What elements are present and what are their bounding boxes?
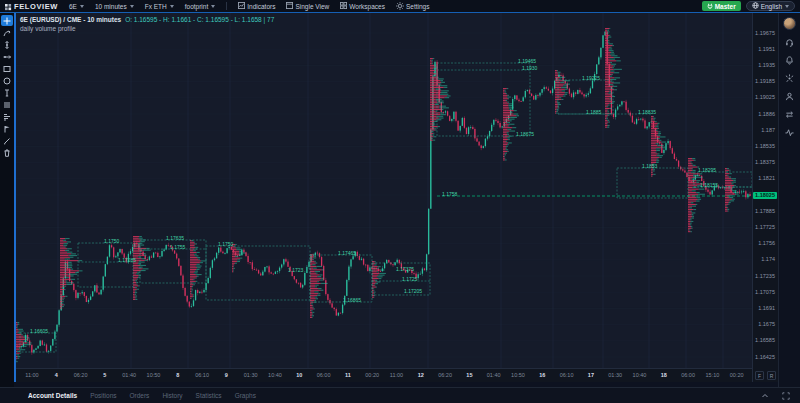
price-axis-label: 1.16425	[755, 354, 775, 360]
chart-pane[interactable]: 1.166051.17501.172851.176351.17551.17501…	[14, 13, 752, 368]
chart-price-label: 1.17285	[118, 257, 136, 263]
language-selector[interactable]: English	[746, 1, 795, 11]
tab-graphs[interactable]: Graphs	[235, 392, 256, 399]
chart-type-selector[interactable]: footprint	[185, 3, 216, 10]
price-axis-label: 1.1821	[758, 175, 775, 181]
chevron-down-icon	[170, 5, 174, 8]
price-axis-label: 1.19675	[755, 30, 775, 36]
chart-price-label: 1.1853	[642, 163, 658, 169]
chart-price-label: 1.17635	[166, 235, 184, 241]
chart-price-label: 1.16865	[343, 297, 361, 303]
chevron-down-icon	[211, 5, 215, 8]
tab-account-details[interactable]: Account Details	[28, 392, 77, 399]
logo[interactable]: FELOVIEW	[5, 0, 58, 15]
notifications-bell-icon[interactable]	[784, 54, 796, 66]
ellipse-tool[interactable]	[1, 75, 13, 86]
price-axis-label: 1.1691	[758, 305, 775, 311]
single-view-icon	[286, 2, 293, 10]
trash-tool[interactable]	[1, 147, 13, 158]
plug-icon	[707, 3, 713, 10]
pulse-icon[interactable]	[784, 126, 796, 138]
rows-tool[interactable]	[1, 99, 13, 110]
indicator-label[interactable]: daily volume profile	[20, 25, 274, 32]
time-axis[interactable]: 11:00406:20501:4010:50806:10901:3010:401…	[14, 368, 752, 382]
chart-price-label: 1.1750	[218, 241, 234, 247]
time-axis-label: 10:40	[268, 372, 282, 378]
chart-price-label: 1.1885	[586, 109, 602, 115]
time-axis-day-label: 10	[296, 372, 302, 378]
avatar[interactable]	[783, 17, 796, 30]
profile-person-icon[interactable]	[784, 90, 796, 102]
interval-selector[interactable]: 10 minutes	[95, 3, 134, 10]
chart-price-label: 1.17375	[396, 266, 414, 272]
logo-grid-icon	[5, 0, 12, 15]
time-axis-day-label: 5	[103, 372, 106, 378]
crosshair-tool[interactable]	[1, 15, 13, 26]
time-axis-label: 06:00	[317, 372, 331, 378]
symbol-selector[interactable]: 6E	[69, 3, 84, 10]
time-axis-label: 11:00	[25, 372, 38, 378]
collapse-panel-chevron-up-icon[interactable]	[759, 390, 771, 402]
vertical-arrows-tool[interactable]	[1, 39, 13, 50]
time-axis-day-label: 11	[345, 372, 351, 378]
chart-price-label: 1.17465	[338, 250, 356, 256]
time-axis-label: 01:30	[244, 372, 258, 378]
time-axis-label: 06:20	[438, 372, 452, 378]
brush-tool[interactable]	[1, 135, 13, 146]
price-axis-label: 1.17725	[755, 224, 775, 230]
candlestick-volume-profile-chart[interactable]: 1.166051.17501.172851.176351.17551.17501…	[14, 13, 752, 368]
globe-icon	[752, 2, 759, 10]
fullscreen-icon[interactable]	[780, 390, 792, 402]
tab-history[interactable]: History	[162, 392, 182, 399]
chart-price-label: 1.18155	[700, 182, 718, 188]
price-axis-label: 1.1756	[758, 240, 775, 246]
time-axis-label: 00:20	[730, 372, 744, 378]
account-selector[interactable]: Fx ETH	[145, 3, 174, 10]
indicators-button[interactable]: Indicators	[238, 2, 275, 10]
current-price-tag: 1.18025	[753, 192, 777, 199]
time-axis-label: 06:10	[560, 372, 574, 378]
time-axis-label: 01:40	[122, 372, 136, 378]
price-axis-label: 1.19185	[755, 78, 775, 84]
price-axis-label: 1.18375	[755, 159, 775, 165]
time-axis-day-label: 15	[466, 372, 472, 378]
price-axis-label: 1.174	[761, 256, 775, 262]
chart-price-label: 1.1750	[104, 238, 120, 244]
price-axis-label: 1.1886	[758, 111, 775, 117]
divider	[226, 2, 227, 10]
volume-profile-tool[interactable]	[1, 111, 13, 122]
time-axis-label: 15:10	[706, 372, 720, 378]
time-axis-day-label: 16	[539, 372, 545, 378]
right-sidebar	[778, 13, 800, 387]
flag-tool[interactable]	[1, 123, 13, 134]
time-axis-day-label: 4	[55, 372, 58, 378]
horizontal-ray-tool[interactable]	[1, 51, 13, 62]
time-axis-label: 06:10	[195, 372, 209, 378]
tab-positions[interactable]: Positions	[90, 392, 116, 399]
price-axis-label: 1.18535	[755, 143, 775, 149]
time-axis-label: 01:40	[487, 372, 501, 378]
chart-price-label: 1.18295	[698, 167, 716, 173]
tab-orders[interactable]: Orders	[130, 392, 150, 399]
bottom-tabbar: Account DetailsPositionsOrdersHistorySta…	[0, 387, 800, 403]
transfer-arrows-icon[interactable]	[784, 108, 796, 120]
settings-button[interactable]: Settings	[396, 2, 430, 11]
text-tool[interactable]	[1, 87, 13, 98]
support-headset-icon[interactable]	[784, 36, 796, 48]
time-axis-label: 10:50	[511, 372, 525, 378]
time-axis-day-label: 12	[418, 372, 424, 378]
time-axis-day-label: 8	[176, 372, 179, 378]
master-button[interactable]: Master	[702, 1, 741, 11]
workspaces-button[interactable]: Workspaces	[340, 2, 385, 10]
price-axis[interactable]: F R 1.196751.19511.19351.191851.190251.1…	[752, 13, 778, 382]
tab-statistics[interactable]: Statistics	[196, 392, 222, 399]
time-axis-label: 01:30	[608, 372, 622, 378]
single-view-button[interactable]: Single View	[286, 2, 329, 10]
symbol-title: 6E (EURUSD) / CME - 10 minutes	[20, 16, 121, 23]
rectangle-tool[interactable]	[1, 63, 13, 74]
axis-fit-button[interactable]: F	[755, 371, 764, 380]
chart-price-label: 1.18675	[516, 131, 534, 137]
screen-cast-icon[interactable]	[784, 72, 796, 84]
axis-reset-button[interactable]: R	[767, 371, 776, 380]
trend-line-tool[interactable]	[1, 27, 13, 38]
